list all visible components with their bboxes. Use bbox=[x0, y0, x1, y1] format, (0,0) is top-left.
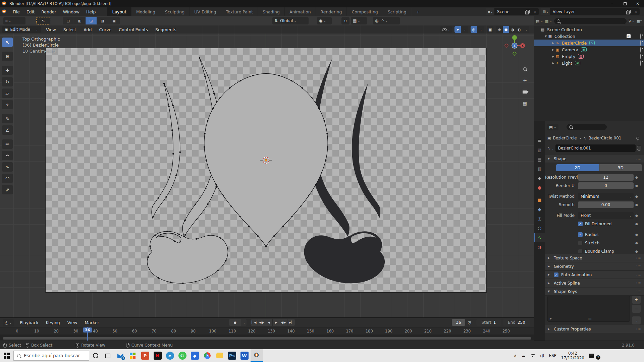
tweak-select-tool[interactable]: ↖ bbox=[2, 38, 13, 47]
hidden-icons-chevron[interactable]: ∧ bbox=[514, 353, 517, 358]
new-scene-icon[interactable] bbox=[525, 10, 529, 14]
select-extend-button[interactable]: ◧ bbox=[74, 17, 86, 24]
animate-dot[interactable]: ● bbox=[635, 222, 638, 226]
language-indicator[interactable]: ESP bbox=[549, 353, 556, 358]
control-point[interactable] bbox=[257, 235, 259, 237]
timeline-menu-keying[interactable]: Keying bbox=[42, 320, 64, 325]
radius-tool[interactable]: ◠ bbox=[2, 174, 13, 183]
control-point[interactable] bbox=[318, 108, 320, 110]
unlink-scene-icon[interactable]: × bbox=[531, 9, 539, 14]
animate-dot[interactable]: ● bbox=[635, 195, 638, 198]
control-point[interactable] bbox=[196, 219, 197, 221]
control-point[interactable] bbox=[149, 268, 150, 270]
viewport-menu-segments[interactable]: Segments bbox=[152, 27, 180, 32]
control-point[interactable] bbox=[209, 94, 211, 96]
checkbox-radius[interactable]: ✓ bbox=[578, 232, 583, 237]
remove-view-layer-icon[interactable]: × bbox=[632, 9, 640, 14]
onedrive-cloud-icon[interactable]: ☁ bbox=[521, 353, 525, 358]
timeline-track[interactable] bbox=[0, 335, 534, 340]
material-tab[interactable]: ◑ bbox=[534, 242, 545, 251]
outliner-row-bezier-circle[interactable]: ▶∿BezierCircle∿ bbox=[534, 40, 644, 46]
control-point[interactable] bbox=[163, 83, 165, 84]
ruler-frame-70[interactable]: 70 bbox=[152, 329, 157, 334]
control-point[interactable] bbox=[174, 240, 176, 242]
ruler-frame-80[interactable]: 80 bbox=[171, 329, 176, 334]
taskbar-search-input[interactable]: Escribe aquí para buscar bbox=[13, 351, 89, 361]
shape-3d-button[interactable]: 3D bbox=[599, 164, 642, 171]
output-tab[interactable]: ▤ bbox=[534, 155, 545, 164]
control-point[interactable] bbox=[223, 195, 224, 197]
expand-arrow-icon[interactable]: ▶ bbox=[551, 42, 555, 45]
control-point[interactable] bbox=[207, 75, 208, 76]
move-tool[interactable]: ✚ bbox=[2, 66, 13, 75]
control-point[interactable] bbox=[225, 260, 227, 261]
outliner-row-light[interactable]: ▶☀Light◉ bbox=[534, 60, 644, 66]
gizmo-negative-y-ball[interactable] bbox=[513, 52, 516, 55]
blender-menu-icon[interactable] bbox=[2, 9, 7, 14]
breadcrumb-data[interactable]: BezierCircle.001 bbox=[588, 136, 621, 140]
control-point[interactable] bbox=[323, 120, 325, 122]
menu-window[interactable]: Window bbox=[60, 9, 83, 14]
shape-panel-header[interactable]: ▼ Shape ∷∷ bbox=[545, 155, 644, 163]
control-point[interactable] bbox=[315, 184, 317, 186]
show-object-types-dropdown[interactable]: ⌄ bbox=[440, 26, 452, 33]
ruler-frame-10[interactable]: 10 bbox=[34, 329, 39, 334]
control-point[interactable] bbox=[195, 203, 196, 205]
control-point[interactable] bbox=[171, 129, 173, 131]
hide-in-viewport-eye-icon[interactable] bbox=[640, 41, 641, 46]
control-point[interactable] bbox=[213, 93, 215, 94]
taskbar-app-chrome[interactable] bbox=[201, 349, 213, 362]
taskbar-app-netflix[interactable]: N bbox=[151, 349, 164, 362]
expand-arrow-icon[interactable]: ▶ bbox=[551, 62, 555, 65]
control-point[interactable] bbox=[210, 172, 211, 174]
shading-material-button[interactable]: ◑ bbox=[509, 26, 516, 33]
control-point[interactable] bbox=[178, 234, 180, 235]
snap-toggle-button[interactable]: ∪ bbox=[341, 17, 350, 24]
properties-editor-dropdown[interactable]: ▤⌄ bbox=[547, 124, 558, 130]
control-point[interactable] bbox=[205, 187, 207, 189]
taskbar-app-edge[interactable]: e bbox=[164, 349, 176, 362]
play-button[interactable]: ▶ bbox=[273, 319, 280, 326]
keying-dropdown[interactable]: ⌄ bbox=[241, 319, 247, 326]
outliner-filter-icon[interactable]: ▥⌄ bbox=[545, 19, 552, 23]
viewport-menu-control-points[interactable]: Control Points bbox=[115, 27, 152, 32]
xray-toggle-button[interactable]: ▣ bbox=[487, 26, 493, 33]
gizmo-dropdown[interactable]: ⌄ bbox=[461, 26, 468, 33]
control-point[interactable] bbox=[184, 234, 186, 236]
curve-data-icon[interactable]: ∿⌄ bbox=[547, 146, 554, 150]
outliner-item-label[interactable]: Scene Collection bbox=[547, 27, 582, 32]
control-point[interactable] bbox=[165, 196, 167, 198]
outliner-display-mode-dropdown[interactable]: ▤⌄ bbox=[536, 19, 543, 23]
scene-selector[interactable]: ◆⌄ Scene × bbox=[486, 8, 539, 15]
shape-key-remove-button[interactable]: − bbox=[632, 305, 641, 313]
control-point[interactable] bbox=[248, 226, 250, 227]
animate-dot[interactable]: ● bbox=[635, 214, 638, 217]
control-point[interactable] bbox=[265, 246, 267, 248]
animate-dot[interactable]: ● bbox=[635, 203, 638, 206]
control-point[interactable] bbox=[239, 216, 241, 218]
control-point[interactable] bbox=[300, 206, 302, 207]
outliner-item-label[interactable]: Light bbox=[562, 61, 572, 66]
hide-in-viewport-eye-icon[interactable] bbox=[640, 34, 641, 39]
ruler-frame-100[interactable]: 100 bbox=[209, 329, 216, 334]
control-point[interactable] bbox=[204, 75, 206, 77]
snap-target-dropdown[interactable]: ▦⌄ bbox=[351, 17, 367, 24]
taskbar-app-photoshop[interactable]: Ps bbox=[226, 349, 238, 362]
expand-arrow-icon[interactable]: ▶ bbox=[551, 48, 555, 51]
fake-user-shield-icon[interactable] bbox=[637, 146, 641, 151]
control-point[interactable] bbox=[162, 236, 164, 238]
control-point[interactable] bbox=[169, 176, 170, 178]
panel-header-active-spline[interactable]: ▶Active Spline∷∷ bbox=[545, 279, 644, 287]
ruler-frame-250[interactable]: 250 bbox=[502, 329, 510, 334]
outliner-row-scene-collection[interactable]: ▤Scene Collection bbox=[534, 26, 644, 33]
hide-in-viewport-eye-icon[interactable] bbox=[640, 61, 641, 66]
checkbox-stretch[interactable] bbox=[578, 241, 583, 245]
annotate-tool[interactable]: ✎ bbox=[2, 114, 13, 123]
outliner-item-label[interactable]: BezierCircle bbox=[562, 41, 587, 46]
camera-view-icon[interactable] bbox=[521, 88, 529, 96]
active-tool-button[interactable]: ↖ bbox=[36, 17, 50, 24]
select-subtract-button[interactable]: ◲ bbox=[86, 17, 97, 24]
control-point[interactable] bbox=[204, 146, 205, 148]
ruler-frame-200[interactable]: 200 bbox=[405, 329, 412, 334]
use-preview-range-icon[interactable]: ◷ bbox=[468, 320, 471, 325]
